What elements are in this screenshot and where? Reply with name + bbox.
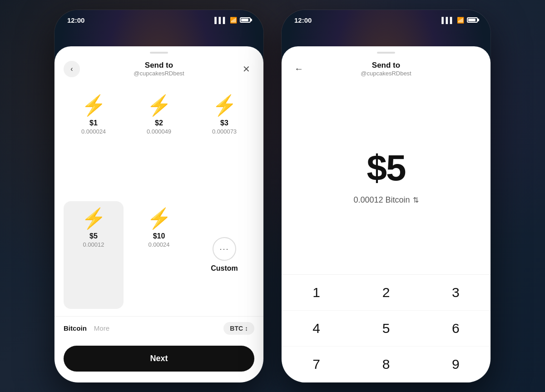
amount-cell-10[interactable]: ⚡ $10 0.00024 <box>129 201 189 309</box>
card-nav-left: ‹ Send to @cupcakesRDbest ✕ <box>54 54 263 81</box>
currency-tabs: Bitcoin More BTC ↕ <box>54 316 263 340</box>
status-icons-left: ▌▌▌ 📶 <box>214 17 251 24</box>
status-icons-right: ▌▌▌ 📶 <box>441 17 478 24</box>
nav-title-right: Send to @cupcakesRDbest <box>307 61 465 77</box>
lightning-2: ⚡ <box>147 95 172 115</box>
lightning-10: ⚡ <box>147 208 172 228</box>
recipient-left: @cupcakesRDbest <box>80 70 238 77</box>
btc-toggle[interactable]: BTC ↕ <box>223 322 254 335</box>
lightning-5: ⚡ <box>81 208 106 228</box>
card-nav-right: ← Send to @cupcakesRDbest <box>282 54 490 81</box>
numpad: 1 2 3 4 5 6 7 8 9 <box>282 274 490 382</box>
amount-usd-2: $2 <box>155 119 163 127</box>
lightning-3: ⚡ <box>212 95 237 115</box>
numpad-7[interactable]: 7 <box>282 347 351 382</box>
amount-cell-5[interactable]: ⚡ $5 0.00012 <box>64 201 124 309</box>
wifi-icon-left: 📶 <box>230 17 237 24</box>
numpad-5[interactable]: 5 <box>351 311 421 347</box>
btc-amount-display: 0.00012 Bitcoin ⇅ <box>353 195 418 205</box>
swap-icon[interactable]: ⇅ <box>413 196 419 204</box>
back-button-left[interactable]: ‹ <box>64 61 80 77</box>
numpad-4[interactable]: 4 <box>282 311 351 347</box>
tab-bitcoin[interactable]: Bitcoin <box>64 324 87 332</box>
amount-grid: ⚡ $1 0.000024 ⚡ $2 0.000049 ⚡ $3 0.00007… <box>54 81 263 316</box>
recipient-right: @cupcakesRDbest <box>307 70 465 77</box>
amount-display: $5 0.00012 Bitcoin ⇅ <box>282 81 490 274</box>
numpad-9[interactable]: 9 <box>421 347 490 382</box>
numpad-6[interactable]: 6 <box>421 311 490 347</box>
back-button-right[interactable]: ← <box>291 61 307 77</box>
amount-usd-1: $1 <box>89 119 98 127</box>
custom-label: Custom <box>211 264 238 273</box>
signal-icon-right: ▌▌▌ <box>441 17 454 24</box>
amount-cell-3[interactable]: ⚡ $3 0.000073 <box>194 88 254 196</box>
numpad-8[interactable]: 8 <box>351 347 421 382</box>
amount-btc-1: 0.000024 <box>81 128 106 135</box>
amount-cell-2[interactable]: ⚡ $2 0.000049 <box>129 88 189 196</box>
custom-dots-icon: ··· <box>213 237 236 261</box>
amount-btc-3: 0.000073 <box>212 128 237 135</box>
next-button[interactable]: Next <box>64 346 254 372</box>
time-right: 12:00 <box>294 16 312 24</box>
tab-group: Bitcoin More <box>64 324 109 332</box>
battery-icon-right <box>467 17 478 23</box>
custom-cell[interactable]: ··· Custom <box>194 201 254 309</box>
nav-title-left: Send to @cupcakesRDbest <box>80 61 238 77</box>
amount-usd-3: $3 <box>220 119 228 127</box>
send-to-title-left: Send to <box>80 61 238 70</box>
close-button-left[interactable]: ✕ <box>238 61 254 77</box>
time-left: 12:00 <box>67 16 84 24</box>
battery-icon-left <box>240 17 251 23</box>
numpad-3[interactable]: 3 <box>421 275 490 311</box>
amount-btc-5: 0.00012 <box>83 241 104 248</box>
phone-right: 12:00 ▌▌▌ 📶 ← Send to @cupcakesRDbest <box>282 10 490 382</box>
amount-usd-5: $5 <box>89 232 98 240</box>
send-to-title-right: Send to <box>307 61 465 70</box>
amount-usd-10: $10 <box>153 232 165 240</box>
amount-cell-1[interactable]: ⚡ $1 0.000024 <box>64 88 124 196</box>
numpad-1[interactable]: 1 <box>282 275 351 311</box>
phones-container: 12:00 ▌▌▌ 📶 ‹ Send to @cupcakesRDbest ✕ <box>54 10 490 382</box>
btc-value: 0.00012 Bitcoin <box>353 195 410 205</box>
tab-more[interactable]: More <box>94 324 109 332</box>
numpad-2[interactable]: 2 <box>351 275 421 311</box>
wifi-icon-right: 📶 <box>457 17 464 24</box>
phone-left: 12:00 ▌▌▌ 📶 ‹ Send to @cupcakesRDbest ✕ <box>54 10 263 382</box>
signal-icon-left: ▌▌▌ <box>214 17 227 24</box>
lightning-1: ⚡ <box>81 95 106 115</box>
amount-btc-2: 0.000049 <box>147 128 171 135</box>
big-amount-display: $5 <box>367 150 406 186</box>
status-bar-left: 12:00 ▌▌▌ 📶 <box>54 10 263 24</box>
status-bar-right: 12:00 ▌▌▌ 📶 <box>282 10 490 24</box>
card-right: ← Send to @cupcakesRDbest $5 0.00012 Bit… <box>282 46 490 382</box>
amount-btc-10: 0.00024 <box>149 241 170 248</box>
card-left: ‹ Send to @cupcakesRDbest ✕ ⚡ $1 0.00002… <box>54 46 263 382</box>
